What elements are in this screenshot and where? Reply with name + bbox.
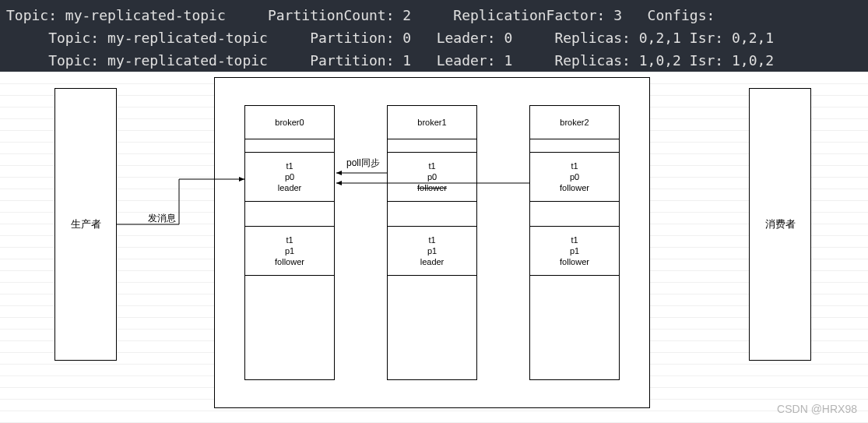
broker0-p0-part: p0 [285,171,294,182]
broker2-name: broker2 [560,118,589,127]
broker1-p1-role: leader [420,256,445,267]
broker1-p1-part: p1 [427,245,437,256]
broker1-p1-topic: t1 [428,234,435,245]
broker2-p0-part: p0 [570,171,579,182]
broker0-p0-role: leader [278,182,302,193]
broker1-name: broker1 [417,118,446,127]
broker0-p0: t1 p0 leader [244,152,335,202]
broker2-p1-part: p1 [570,245,579,256]
producer-label: 生产者 [71,217,101,231]
broker1-p1: t1 p1 leader [387,226,477,276]
poll-sync-label: poll同步 [346,157,380,170]
broker1-head: broker1 [387,105,477,139]
consumer-box: 消费者 [749,88,811,361]
consumer-label: 消费者 [765,217,796,231]
broker0-p1: t1 p1 follower [244,226,335,276]
broker1-p0: t1 p0 follower [387,152,477,202]
producer-box: 生产者 [54,88,117,361]
broker0-p0-topic: t1 [286,160,293,171]
broker1-p0-topic: t1 [428,160,435,171]
broker1-p0-role: follower [417,182,447,193]
terminal-output: Topic: my-replicated-topic PartitionCoun… [0,0,868,72]
broker2-p0: t1 p0 follower [529,152,620,202]
broker1-p0-part: p0 [427,171,437,182]
broker2-p1-role: follower [560,256,589,267]
broker0-name: broker0 [275,118,304,127]
send-msg-label: 发消息 [148,212,176,225]
broker0-p1-role: follower [275,256,304,267]
broker2-p1: t1 p1 follower [529,226,620,276]
broker2-p0-topic: t1 [571,160,578,171]
broker0-head: broker0 [244,105,335,139]
broker0-p1-part: p1 [285,245,294,256]
broker2-head: broker2 [529,105,620,139]
broker2-p1-topic: t1 [571,234,578,245]
broker2-p0-role: follower [560,182,589,193]
watermark: CSDN @HRX98 [777,403,857,415]
broker0-p1-topic: t1 [286,234,293,245]
